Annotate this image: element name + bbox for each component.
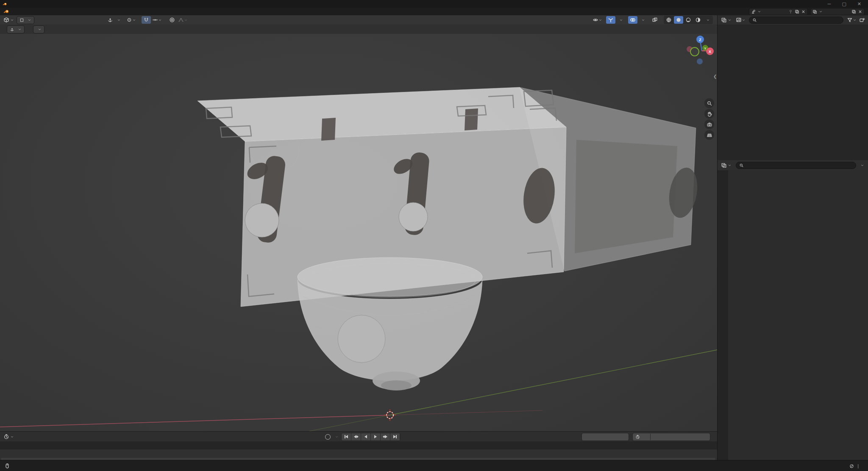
proportional-edit-toggle[interactable] (167, 16, 177, 24)
offline-icon[interactable] (849, 464, 854, 468)
search-icon (739, 163, 744, 168)
axis-y-label: Y (704, 47, 707, 50)
chevron-down-icon (38, 28, 42, 31)
autokey-toggle[interactable] (323, 433, 332, 441)
transform-orientation-icon[interactable] (106, 16, 115, 24)
close-button[interactable]: ✕ (857, 1, 861, 7)
shading-wireframe-button[interactable] (664, 16, 673, 24)
pan-hand-button[interactable] (704, 109, 714, 119)
unlink-scene-icon[interactable] (801, 9, 806, 14)
chevron-down-icon[interactable] (860, 163, 864, 167)
jump-to-end-button[interactable] (390, 433, 400, 441)
outliner-search-input[interactable] (749, 17, 843, 24)
chevron-down-icon (757, 10, 761, 14)
chevron-down-icon (18, 28, 22, 31)
editor-type-icon[interactable] (3, 17, 9, 23)
region-collapse-arrow[interactable]: ❮ (713, 74, 717, 79)
show-gizmo-toggle[interactable] (606, 16, 615, 24)
chevron-down-icon (853, 18, 857, 22)
chevron-down-icon (10, 435, 14, 439)
filter-funnel-icon[interactable] (847, 17, 853, 23)
scene-selector[interactable] (749, 8, 808, 15)
gizmo-settings-button[interactable] (616, 16, 626, 24)
orientation-icon (10, 27, 14, 32)
search-icon (752, 18, 757, 22)
new-viewlayer-icon[interactable] (851, 9, 856, 14)
zoom-button[interactable] (704, 98, 714, 108)
current-frame-field[interactable] (581, 433, 629, 441)
play-reverse-button[interactable] (361, 433, 371, 441)
outliner-header (717, 15, 868, 25)
remove-viewlayer-icon[interactable] (858, 9, 862, 14)
pin-icon[interactable] (788, 9, 793, 14)
shading-solid-button[interactable] (674, 16, 683, 24)
next-keyframe-button[interactable] (381, 433, 390, 441)
scene-icon (751, 9, 756, 14)
overlays-settings-button[interactable] (638, 16, 648, 24)
outliner-display-mode-icon[interactable] (721, 17, 727, 23)
chevron-down-icon (10, 18, 14, 22)
mode-dropdown[interactable] (17, 16, 34, 24)
axis-z-label: Z (699, 38, 701, 42)
status-bar: | (0, 460, 868, 471)
properties-header (717, 160, 868, 171)
properties-search-input[interactable] (736, 162, 856, 169)
chevron-down-icon (117, 18, 121, 22)
timeline-ruler[interactable] (0, 441, 717, 449)
pivot-point-button[interactable] (126, 16, 136, 24)
timeline-editor-icon[interactable] (3, 434, 9, 440)
object-visibility-button[interactable] (592, 16, 603, 24)
outliner-panel (717, 25, 868, 160)
coord-system-dropdown[interactable] (7, 25, 25, 33)
prev-keyframe-button[interactable] (351, 433, 361, 441)
topbar (0, 8, 868, 16)
orientation-dropdown[interactable] (116, 18, 121, 22)
minimize-button[interactable]: ─ (828, 1, 831, 7)
blender-logo-icon (3, 2, 7, 6)
shading-material-button[interactable] (684, 16, 693, 24)
shading-rendered-button[interactable] (693, 16, 703, 24)
camera-view-button[interactable] (704, 119, 714, 129)
chevron-down-icon (742, 18, 746, 22)
frame-range-fields[interactable] (632, 433, 710, 441)
x-axis-line (0, 415, 390, 427)
statusbar-separator: | (857, 463, 859, 468)
drag-mode-dropdown[interactable] (33, 25, 45, 33)
properties-editor-icon[interactable] (721, 162, 727, 168)
title-bar: ─ ▢ ✕ (0, 0, 868, 8)
properties-panel (728, 170, 868, 460)
clock-icon (635, 435, 640, 439)
viewlayer-selector[interactable] (810, 8, 865, 15)
maximize-button[interactable]: ▢ (842, 1, 846, 7)
snap-settings-button[interactable] (152, 16, 162, 24)
3d-viewport[interactable]: Z Y X ❮ (0, 34, 717, 431)
object-mode-icon (19, 18, 24, 22)
shading-settings-button[interactable] (703, 16, 712, 24)
chevron-down-icon (728, 163, 732, 167)
tool-settings-bar (0, 25, 717, 34)
axis-x-label: X (709, 50, 711, 54)
perspective-toggle-button[interactable] (704, 130, 714, 140)
show-overlays-toggle[interactable] (628, 16, 637, 24)
new-scene-icon[interactable] (795, 9, 799, 14)
viewport-header (0, 15, 717, 25)
axis-neg-y (690, 47, 699, 56)
outliner-filter-image-icon[interactable] (736, 17, 742, 23)
viewlayer-icon (812, 9, 817, 14)
play-button[interactable] (371, 433, 381, 441)
axis-neg-z (697, 58, 703, 64)
snap-toggle[interactable] (142, 16, 151, 24)
new-collection-icon[interactable] (859, 17, 865, 23)
timeline-track[interactable] (0, 449, 717, 460)
view-gizmo[interactable]: Z Y X (687, 36, 714, 64)
mouse-keymap-icon (4, 463, 10, 469)
jump-to-start-button[interactable] (342, 433, 351, 441)
properties-tabs (717, 170, 729, 463)
chevron-down-icon (335, 435, 339, 439)
playback-controls (341, 433, 401, 441)
blender-menu-icon[interactable] (3, 8, 9, 14)
3d-scene: Z Y X (0, 34, 717, 431)
xray-toggle[interactable] (650, 16, 659, 24)
proportional-falloff-button[interactable] (178, 16, 188, 24)
timeline-header (0, 431, 717, 442)
